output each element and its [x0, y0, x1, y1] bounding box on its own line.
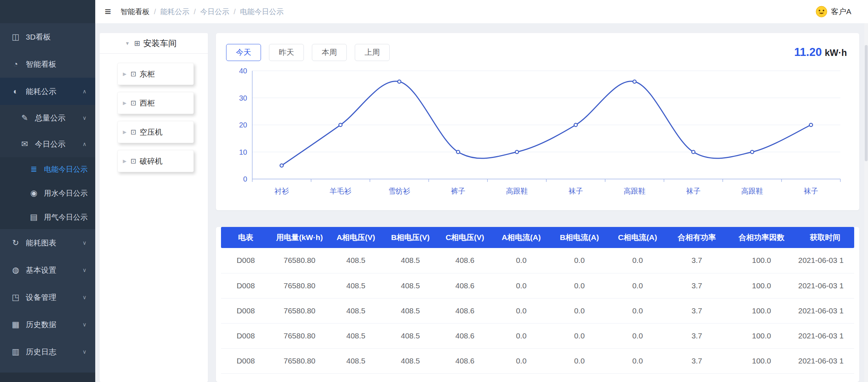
sidebar-item-label: 总量公示 — [35, 113, 65, 123]
breadcrumb-item[interactable]: 今日公示 — [200, 7, 229, 17]
tree-node-label: 空压机 — [140, 127, 162, 137]
sidebar-item-history-logs[interactable]: ▥ 历史日志 ∨ — [0, 338, 95, 365]
sidebar-item-energy-publicity[interactable]: ◐ 能耗公示 ∧ — [0, 78, 95, 105]
table-cell: 2021-06-03 1 — [796, 348, 854, 373]
sidebar-item-history-data[interactable]: ▦ 历史数据 ∨ — [0, 311, 95, 338]
sidebar-item-energy-charts[interactable]: ↻ 能耗图表 ∨ — [0, 229, 95, 256]
tree-root-node[interactable]: ▼ ⊞ 安装车间 — [100, 33, 208, 54]
table-cell: 408.5 — [329, 298, 383, 323]
sidebar-item-label: 能耗图表 — [26, 238, 56, 248]
tab-this-week[interactable]: 本周 — [312, 44, 347, 61]
table-cell: 0.0 — [492, 248, 550, 273]
user-menu[interactable]: 客户A — [816, 6, 851, 17]
table-cell: 76580.80 — [270, 248, 329, 273]
sidebar-footer — [0, 373, 95, 382]
table-cell: D008 — [221, 323, 270, 348]
sidebar-item-label: 历史日志 — [26, 347, 56, 357]
table-cell: D008 — [221, 298, 270, 323]
tree-root-label: 安装车间 — [143, 38, 177, 49]
table-cell: 76580.80 — [270, 273, 329, 298]
sidebar-item-label: 用气今日公示 — [44, 212, 88, 222]
sidebar-item-label: 基本设置 — [26, 265, 56, 275]
log-icon: ▥ — [11, 347, 20, 357]
table-panel: 电表用电量(kW·h)A相电压(V)B相电压(V)C相电压(V)A相电流(A)B… — [216, 227, 859, 382]
svg-text:40: 40 — [239, 67, 247, 75]
column-header: 电表 — [221, 227, 270, 248]
table-cell: D008 — [221, 273, 270, 298]
table-cell: 3.7 — [667, 273, 727, 298]
column-header: A相电压(V) — [329, 227, 383, 248]
table-row: D00876580.80408.5408.5408.60.00.00.03.71… — [221, 373, 854, 382]
sidebar-item-electric-today[interactable]: ≣ 电能今日公示 — [0, 157, 95, 181]
sidebar: ◫ 3D看板 ◔ 智能看板 ◐ 能耗公示 ∧ ✎ 总量公示 ∨ ✉ — [0, 0, 95, 382]
table-cell: 76580.80 — [270, 348, 329, 373]
tree-node-west-cabinet[interactable]: ▶ ⊡ 西柜 — [117, 92, 194, 114]
table-cell: 0.0 — [550, 273, 608, 298]
device-tree-panel: ▼ ⊞ 安装车间 ▶ ⊡ 东柜 ▶ ⊡ 西柜 — [100, 33, 208, 382]
table-cell: 408.5 — [383, 273, 438, 298]
table-cell: 408.5 — [383, 348, 438, 373]
table-cell: 408.6 — [438, 248, 492, 273]
tree-node-list: ▶ ⊡ 东柜 ▶ ⊡ 西柜 ▶ ⊡ 空压机 ▶ — [100, 54, 208, 172]
sidebar-item-gas-today[interactable]: ▤ 用气今日公示 — [0, 205, 95, 229]
column-header: 合相功率因数 — [727, 227, 796, 248]
svg-text:10: 10 — [239, 148, 247, 156]
tree-node-east-cabinet[interactable]: ▶ ⊡ 东柜 — [117, 63, 194, 85]
breadcrumb-separator: / — [154, 8, 156, 16]
breadcrumb-item[interactable]: 智能看板 — [121, 7, 150, 17]
sidebar-item-smart-board[interactable]: ◔ 智能看板 — [0, 50, 95, 78]
tab-yesterday[interactable]: 昨天 — [269, 44, 304, 61]
table-cell: 3.7 — [667, 348, 727, 373]
table-cell: 408.6 — [438, 298, 492, 323]
sidebar-item-water-today[interactable]: ◉ 用水今日公示 — [0, 181, 95, 205]
sidebar-item-device-management[interactable]: ◳ 设备管理 ∨ — [0, 284, 95, 311]
table-cell: 0.0 — [608, 323, 667, 348]
cube-icon: ◫ — [11, 32, 20, 42]
svg-text:袜子: 袜子 — [804, 187, 818, 195]
table-cell: 0.0 — [550, 298, 608, 323]
cabinet-icon: ⊡ — [130, 99, 136, 107]
total-consumption: 11.20 kW·h — [794, 46, 849, 59]
chevron-down-icon: ∨ — [83, 349, 87, 355]
chart-panel: 今天 昨天 本周 上周 11.20 kW·h 010203040衬衫羊毛衫雪纺衫… — [216, 33, 859, 210]
table-cell: 0.0 — [608, 273, 667, 298]
sidebar-item-today-publicity[interactable]: ✉ 今日公示 ∧ — [0, 131, 95, 157]
table-cell: 0.0 — [492, 298, 550, 323]
column-header: 合相有功率 — [667, 227, 727, 248]
svg-text:0: 0 — [243, 175, 247, 183]
table-row: D00876580.80408.5408.5408.60.00.00.03.71… — [221, 348, 854, 373]
column-header: C相电流(A) — [608, 227, 667, 248]
tree-node-air-compressor[interactable]: ▶ ⊡ 空压机 — [117, 121, 194, 143]
table-cell: 408.5 — [383, 373, 438, 382]
svg-text:高跟鞋: 高跟鞋 — [624, 187, 646, 195]
table-cell: 0.0 — [550, 323, 608, 348]
chevron-down-icon: ∨ — [83, 321, 87, 328]
table-cell: 408.6 — [438, 323, 492, 348]
chevron-down-icon: ∨ — [83, 115, 87, 121]
column-header: A相电流(A) — [492, 227, 550, 248]
cabinet-icon: ⊡ — [130, 128, 136, 136]
table-cell: 0.0 — [608, 348, 667, 373]
table-cell: 100.0 — [727, 373, 796, 382]
scrollbar-thumb[interactable] — [865, 45, 868, 161]
tab-last-week[interactable]: 上周 — [355, 44, 390, 61]
sidebar-item-basic-settings[interactable]: ◍ 基本设置 ∨ — [0, 256, 95, 284]
breadcrumb-item[interactable]: 能耗公示 — [160, 7, 189, 17]
caret-right-icon: ▶ — [123, 100, 126, 106]
table-cell: 408.5 — [383, 248, 438, 273]
svg-text:裤子: 裤子 — [451, 187, 465, 195]
record-icon: ◉ — [29, 188, 39, 198]
table-cell: 0.0 — [608, 248, 667, 273]
window-scrollbar[interactable] — [864, 23, 868, 382]
table-cell: 408.5 — [329, 273, 383, 298]
table-cell: 100.0 — [727, 323, 796, 348]
line-chart: 010203040衬衫羊毛衫雪纺衫裤子高跟鞋袜子高跟鞋袜子高跟鞋袜子 — [226, 65, 849, 203]
table-cell: 76580.80 — [270, 323, 329, 348]
tab-today[interactable]: 今天 — [226, 44, 261, 61]
table-cell: 2021-06-03 1 — [796, 373, 854, 382]
collapse-menu-icon[interactable]: ≡ — [105, 6, 111, 17]
tree-node-label: 东柜 — [140, 69, 155, 79]
tree-node-crusher[interactable]: ▶ ⊡ 破碎机 — [117, 150, 194, 172]
sidebar-item-3d-board[interactable]: ◫ 3D看板 — [0, 23, 95, 50]
sidebar-item-total-publicity[interactable]: ✎ 总量公示 ∨ — [0, 105, 95, 131]
